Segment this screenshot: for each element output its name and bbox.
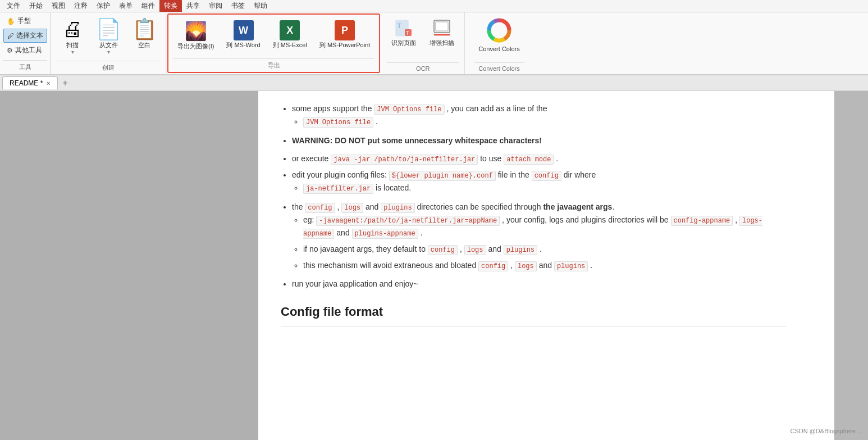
scan-icon: 🖨 <box>61 18 84 40</box>
list-item: JVM Options file . <box>303 115 786 128</box>
from-file-button[interactable]: 📄 从文件 ▾ <box>93 15 124 58</box>
menu-comment[interactable]: 注释 <box>70 0 92 12</box>
from-file-label: 从文件 <box>99 42 118 49</box>
hand-icon: ✋ <box>7 17 15 25</box>
to-ppt-label: 到 MS-PowerPoint <box>319 42 370 49</box>
hand-label: 手型 <box>17 16 31 26</box>
list-item: or execute java -jar /path/to/ja-netfilt… <box>292 152 786 165</box>
left-panel <box>0 91 258 440</box>
gear-icon: ⚙ <box>7 47 13 55</box>
list-item: WARNING: DO NOT put some unnecessary whi… <box>292 134 786 147</box>
tab-add-button[interactable]: + <box>58 77 72 89</box>
menu-form[interactable]: 表单 <box>115 0 137 12</box>
list-item: the config , logs and plugins directorie… <box>292 201 786 273</box>
svg-rect-5 <box>436 22 448 31</box>
export-image-label: 导出为图像(I) <box>177 43 214 50</box>
tab-close-icon[interactable]: ✕ <box>46 80 51 87</box>
other-tools-label: 其他工具 <box>15 46 42 55</box>
recognize-page-button[interactable]: T T 识别页面 <box>387 15 421 50</box>
to-excel-label: 到 MS-Excel <box>273 42 307 49</box>
color-wheel-icon <box>487 18 511 44</box>
tab-readme[interactable]: README * ✕ <box>2 76 58 89</box>
cursor-icon: 🖊 <box>7 32 14 40</box>
to-excel-button[interactable]: X 到 MS-Excel <box>268 17 312 52</box>
to-word-label: 到 MS-Word <box>226 42 260 49</box>
hand-tool[interactable]: ✋ 手型 <box>3 15 47 28</box>
scan-button[interactable]: 🖨 扫描 ▾ <box>57 15 88 58</box>
create-label: 创建 <box>57 61 160 72</box>
ocr-group: T T 识别页面 增强扫描 <box>381 12 465 74</box>
select-text-tool[interactable]: 🖊 选择文本 <box>3 29 47 43</box>
export-image-icon: 🌄 ↗ <box>185 20 207 42</box>
from-file-icon: 📄 <box>97 18 120 40</box>
enhanced-scan-icon <box>432 18 452 38</box>
svg-text:T: T <box>398 23 401 29</box>
from-file-chevron: ▾ <box>107 49 110 55</box>
other-tools[interactable]: ⚙ 其他工具 <box>3 44 47 57</box>
right-panel <box>834 91 868 440</box>
convert-colors-group-label: Convert Colors <box>474 62 524 72</box>
recognize-page-icon: T T <box>394 18 414 38</box>
enhanced-scan-button[interactable]: 增强扫描 <box>425 15 459 50</box>
convert-colors-label: Convert Colors <box>478 46 519 53</box>
list-item: this mechanism will avoid extraneous and… <box>303 259 786 272</box>
menu-start[interactable]: 开始 <box>25 0 47 12</box>
blank-icon: 📋 <box>133 18 156 40</box>
tools-label: 工具 <box>3 60 47 71</box>
export-label: 导出 <box>173 58 374 70</box>
enhanced-scan-label: 增强扫描 <box>430 39 454 47</box>
svg-text:T: T <box>406 30 409 36</box>
config-section-heading: Config file format <box>281 302 786 326</box>
list-item: some apps support the JVM Options file ,… <box>292 102 786 128</box>
recognize-page-label: 识别页面 <box>391 39 416 47</box>
content-panel[interactable]: some apps support the JVM Options file ,… <box>258 91 834 440</box>
list-item: run your java application and enjoy~ <box>292 278 786 290</box>
list-item: edit your plugin config files: ${lower p… <box>292 169 786 194</box>
select-text-label: 选择文本 <box>16 31 43 40</box>
scan-chevron: ▾ <box>71 49 74 55</box>
menu-file[interactable]: 文件 <box>2 0 25 12</box>
document-content: some apps support the JVM Options file ,… <box>281 102 786 326</box>
tab-bar: README * ✕ + <box>0 75 868 91</box>
to-ppt-button[interactable]: P 到 MS-PowerPoint <box>315 17 374 52</box>
ocr-label: OCR <box>387 62 459 72</box>
convert-colors-group: Convert Colors Convert Colors <box>465 12 533 74</box>
tab-readme-label: README * <box>10 79 43 87</box>
menu-bar: 文件 开始 视图 注释 保护 表单 组件 转换 共享 审阅 书签 帮助 <box>0 0 868 12</box>
menu-share[interactable]: 共享 <box>182 0 204 12</box>
menu-help[interactable]: 帮助 <box>249 0 272 12</box>
word-icon: W <box>234 20 254 40</box>
export-image-button[interactable]: 🌄 ↗ 导出为图像(I) <box>173 17 218 53</box>
convert-colors-button[interactable]: Convert Colors <box>474 15 524 56</box>
to-word-button[interactable]: W 到 MS-Word <box>222 17 264 52</box>
list-item: if no javaagent args, they default to co… <box>303 243 786 256</box>
ribbon: ✋ 手型 🖊 选择文本 ⚙ 其他工具 工具 🖨 扫描 ▾ <box>0 12 868 75</box>
list-item: eg: -javaagent:/path/to/ja-netfilter.jar… <box>303 214 786 239</box>
export-group: 🌄 ↗ 导出为图像(I) W 到 MS-Word X 到 MS-Excel <box>167 13 380 73</box>
menu-protect[interactable]: 保护 <box>92 0 115 12</box>
menu-view[interactable]: 视图 <box>47 0 70 12</box>
list-item: ja-netfilter.jar is located. <box>303 182 786 194</box>
watermark: CSDN @D&Blogsphere ... <box>790 428 862 434</box>
main-area: some apps support the JVM Options file ,… <box>0 91 868 440</box>
blank-label: 空白 <box>138 42 150 49</box>
menu-review[interactable]: 审阅 <box>204 0 227 12</box>
menu-group[interactable]: 组件 <box>137 0 159 12</box>
scan-label: 扫描 <box>66 42 79 49</box>
menu-convert[interactable]: 转换 <box>159 0 182 12</box>
ppt-icon: P <box>335 20 355 40</box>
blank-button[interactable]: 📋 空白 <box>129 15 160 52</box>
menu-bookmark[interactable]: 书签 <box>227 0 249 12</box>
excel-icon: X <box>280 20 300 40</box>
